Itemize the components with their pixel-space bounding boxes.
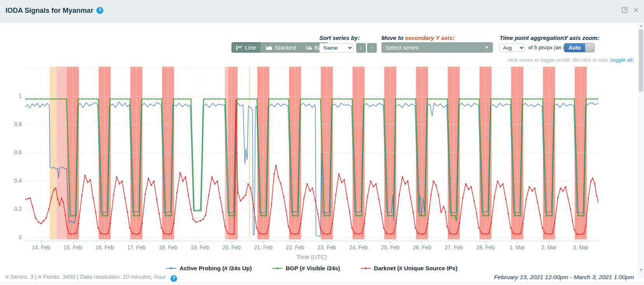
- data-point-darknet: [291, 233, 292, 234]
- data-point-darknet: [309, 190, 310, 192]
- points-count-value: 3450: [63, 273, 75, 280]
- y-tick-label: 0: [5, 234, 22, 240]
- chart-type-line-button[interactable]: Line: [231, 42, 261, 53]
- data-point-darknet: [565, 186, 566, 187]
- data-point-darknet: [278, 176, 279, 177]
- x-tick-mark: [104, 241, 105, 243]
- data-point-darknet: [573, 228, 574, 230]
- data-point-bgp: [165, 215, 166, 216]
- data-point-bgp: [361, 215, 362, 216]
- data-point-darknet: [427, 223, 428, 224]
- data-point-bgp: [415, 98, 416, 99]
- scrollbar-up-icon[interactable]: ▲: [638, 22, 644, 29]
- signals-chart[interactable]: [25, 67, 598, 239]
- data-point-bgp: [520, 215, 521, 216]
- sort-descending-button[interactable]: ↓: [356, 43, 366, 53]
- data-point-bgp: [427, 98, 428, 99]
- legend-marker-icon: [166, 266, 177, 270]
- y-axis-zoom-toggle[interactable]: Auto: [564, 43, 595, 52]
- sort-series-select[interactable]: Name: [319, 43, 353, 53]
- scrollbar-down-icon[interactable]: ▼: [638, 267, 644, 273]
- data-point-darknet: [383, 227, 384, 228]
- resolution-help-icon[interactable]: ?: [171, 275, 177, 282]
- x-tick-mark: [73, 241, 73, 243]
- select-series-placeholder: Select series: [385, 44, 419, 51]
- data-point-darknet: [375, 183, 376, 185]
- data-point-bgp: [320, 98, 321, 99]
- data-point-darknet: [190, 209, 191, 210]
- data-point-darknet: [132, 233, 133, 234]
- data-point-darknet: [254, 217, 256, 218]
- y-tick-label: 1: [5, 93, 22, 99]
- data-point-darknet: [275, 165, 277, 166]
- x-tick-mark: [486, 241, 486, 243]
- data-point-darknet: [505, 199, 506, 200]
- x-tick-label: 27. Feb: [440, 244, 467, 250]
- x-tick-label: 1. Mar: [504, 244, 531, 250]
- data-point-darknet: [581, 233, 582, 235]
- x-tick-mark: [231, 241, 232, 243]
- data-point-darknet: [395, 223, 397, 224]
- x-tick-label: 21. Feb: [250, 244, 277, 250]
- series-toggle-hint-suffix: ): [632, 57, 634, 63]
- data-point-darknet: [338, 173, 339, 174]
- legend-marker-icon: [360, 266, 371, 270]
- chart-type-stacked-button[interactable]: Stacked: [261, 42, 300, 53]
- data-point-darknet: [97, 227, 98, 228]
- resolution-value: 10 minutes, hour: [122, 273, 166, 280]
- data-point-bgp: [256, 98, 257, 99]
- data-point-darknet: [332, 223, 333, 224]
- legend-item-darknet[interactable]: Darknet (# Unique Source IPs): [360, 265, 458, 271]
- data-point-darknet: [390, 233, 392, 235]
- scrollbar-thumb[interactable]: [639, 29, 643, 92]
- data-point-bgp: [546, 215, 547, 216]
- data-point-darknet: [38, 221, 39, 223]
- aggregation-select[interactable]: Avg: [500, 43, 525, 52]
- data-point-darknet: [116, 176, 117, 177]
- data-point-darknet: [205, 214, 206, 216]
- title-help-icon[interactable]: ?: [96, 7, 103, 14]
- data-point-darknet: [188, 195, 189, 196]
- toggle-all-link[interactable]: toggle all: [611, 57, 632, 63]
- data-point-darknet: [354, 233, 355, 234]
- data-point-darknet: [513, 233, 514, 234]
- x-tick-mark: [263, 241, 264, 243]
- legend-label: BGP (# Visible /24s): [285, 265, 340, 271]
- sort-ascending-button[interactable]: ↑: [367, 43, 377, 53]
- data-point-darknet: [153, 180, 154, 181]
- data-point-darknet: [271, 203, 272, 204]
- data-point-darknet: [462, 197, 463, 199]
- data-point-darknet: [361, 233, 362, 234]
- data-point-bgp: [110, 98, 110, 99]
- data-point-darknet: [266, 233, 267, 234]
- data-point-darknet: [386, 233, 387, 234]
- page-title-text: IODA Signals for Myanmar: [5, 7, 93, 14]
- data-point-darknet: [517, 233, 519, 235]
- data-point-bgp: [102, 215, 103, 216]
- data-point-darknet: [61, 197, 62, 199]
- y-tick-label: 0.8: [5, 121, 22, 127]
- legend-item-active-probing[interactable]: Active Probing (# /24s Up): [166, 265, 252, 271]
- legend-item-bgp[interactable]: BGP (# Visible /24s): [272, 265, 340, 271]
- close-icon[interactable]: ×: [633, 6, 639, 14]
- data-point-darknet: [562, 190, 564, 192]
- stacked-chart-icon: [266, 45, 272, 50]
- edit-icon[interactable]: [621, 6, 628, 14]
- toggle-knob: [585, 43, 594, 52]
- secondary-axis-label-highlight: secondary Y axis: [405, 35, 453, 41]
- data-point-darknet: [491, 223, 492, 224]
- data-point-darknet: [122, 180, 123, 181]
- data-point-darknet: [124, 197, 125, 199]
- data-point-bgp: [292, 215, 293, 216]
- data-point-bgp: [191, 98, 191, 99]
- vertical-scrollbar[interactable]: ▲ ▼: [638, 22, 644, 278]
- data-point-bgp: [419, 215, 420, 216]
- data-point-bgp: [425, 215, 426, 216]
- data-point-darknet: [148, 178, 149, 179]
- select-series-dropdown[interactable]: Select series ▼: [381, 42, 493, 53]
- data-point-bgp: [229, 215, 230, 216]
- data-point-bgp: [268, 98, 269, 99]
- chart-legend: Active Probing (# /24s Up)BGP (# Visible…: [25, 265, 598, 271]
- data-point-darknet: [531, 190, 533, 192]
- data-point-darknet: [195, 221, 197, 223]
